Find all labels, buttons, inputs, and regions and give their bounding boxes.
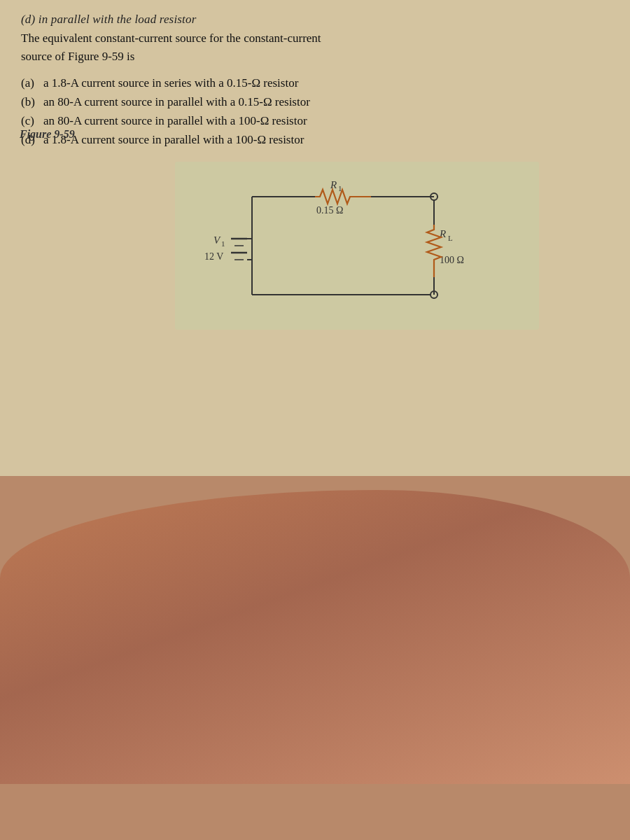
option-a-label: (a) <box>21 74 43 92</box>
svg-rect-0 <box>175 162 539 330</box>
svg-text:100 Ω: 100 Ω <box>440 255 464 265</box>
option-b-label: (b) <box>21 92 43 111</box>
bottom-hand-decoration <box>0 490 630 784</box>
circuit-diagram: R 1 0.15 Ω R L 100 Ω <box>175 162 539 330</box>
svg-text:12 V: 12 V <box>204 251 223 262</box>
figure-label: Figure 9-59 <box>20 128 75 141</box>
svg-text:R: R <box>330 179 337 190</box>
option-a: (a) a 1.8-A current source in series wit… <box>21 74 609 92</box>
circuit-svg: R 1 0.15 Ω R L 100 Ω <box>175 162 539 330</box>
question-block: The equivalent constant-current source f… <box>21 29 609 66</box>
svg-text:L: L <box>448 234 453 242</box>
option-b: (b) an 80-A current source in parallel w… <box>21 92 609 111</box>
svg-text:0.15 Ω: 0.15 Ω <box>316 205 343 216</box>
option-d: (d) a 1.8-A current source in parallel w… <box>21 130 609 149</box>
svg-text:1: 1 <box>221 239 225 248</box>
question-text: The equivalent constant-current source f… <box>21 31 321 63</box>
option-c-label: (c) <box>21 111 43 130</box>
options-block: (a) a 1.8-A current source in series wit… <box>21 74 609 150</box>
option-c: (c) an 80-A current source in parallel w… <box>21 111 609 130</box>
intro-line: (d) in parallel with the load resistor <box>21 13 609 27</box>
content-area: (d) in parallel with the load resistor T… <box>0 0 630 344</box>
